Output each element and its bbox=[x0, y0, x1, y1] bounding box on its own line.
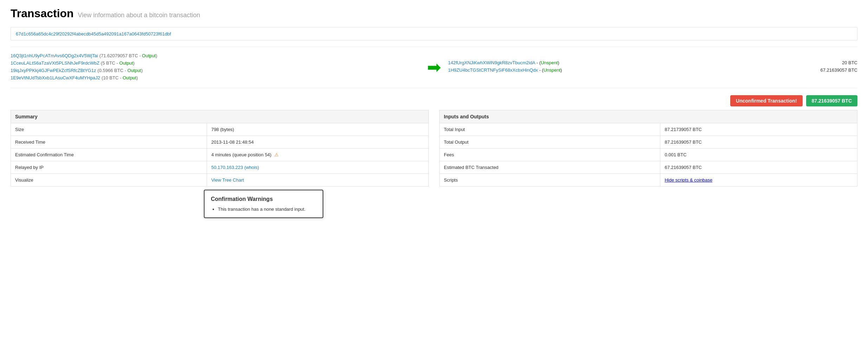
total-btc-button[interactable]: 87.21639057 BTC bbox=[806, 95, 857, 106]
summary-label: Received Time bbox=[11, 136, 207, 149]
summary-label: Relayed by IP bbox=[11, 161, 207, 174]
input-address-link[interactable]: 19iqJxyPPKkj4GJFwPEkZcfSRfcZBtYG1z bbox=[11, 68, 96, 73]
summary-row: Relayed by IP50.170.163.223 (whois) bbox=[11, 161, 429, 174]
io-row: Estimated BTC Transacted67.21639057 BTC bbox=[440, 161, 857, 174]
warning-icon: ⚠ bbox=[274, 152, 279, 157]
tx-footer-row: Unconfirmed Transaction! 87.21639057 BTC bbox=[11, 95, 857, 106]
io-value: 87.21739057 BTC bbox=[665, 127, 702, 132]
io-label: Fees bbox=[440, 149, 660, 161]
inputs-column: 16Q3jt1nhU9yPcATmAvs6QDg2x4V5WjTai (71.6… bbox=[11, 53, 420, 82]
summary-row: Received Time2013-11-08 21:48:54 bbox=[11, 136, 429, 149]
io-value: 87.21639057 BTC bbox=[665, 139, 702, 145]
summary-value-link[interactable]: View Tree Chart bbox=[211, 177, 244, 183]
output-amount: 67.21639057 BTC bbox=[813, 67, 857, 73]
summary-label: Size bbox=[11, 123, 207, 136]
io-header: Inputs and Outputs bbox=[440, 110, 857, 123]
summary-value: 2013-11-08 21:48:54 bbox=[211, 139, 254, 145]
tx-flow: 16Q3jt1nhU9yPcATmAvs6QDg2x4V5WjTai (71.6… bbox=[11, 47, 857, 88]
summary-value-link[interactable]: 50.170.163.223 (whois) bbox=[211, 165, 259, 170]
io-row: Fees0.001 BTC bbox=[440, 149, 857, 161]
io-row: Total Output87.21639057 BTC bbox=[440, 136, 857, 149]
input-address-link[interactable]: 1CceuLALtS6aTzaVXt5PLSNhJeF9rdcWbZ bbox=[11, 60, 99, 66]
outputs-column: 142fUrgXNJiKwhXWiN9gkR8zvTbucm2idA - (Un… bbox=[448, 60, 857, 75]
details-section: Summary Size798 (bytes)Received Time2013… bbox=[11, 110, 857, 187]
output-address-link[interactable]: 1H9ZU4bcTGStCRTNFySiF68xXcbxHinQdx bbox=[448, 67, 538, 73]
io-row: ScriptsHide scripts & coinbase bbox=[440, 174, 857, 187]
output-row: 1H9ZU4bcTGStCRTNFySiF68xXcbxHinQdx - (Un… bbox=[448, 67, 857, 73]
input-row: 19iqJxyPPKkj4GJFwPEkZcfSRfcZBtYG1z (0.59… bbox=[11, 67, 420, 73]
arrow-column: ➡ bbox=[420, 59, 448, 76]
io-row: Total Input87.21739057 BTC bbox=[440, 123, 857, 136]
io-table: Inputs and Outputs Total Input87.2173905… bbox=[439, 110, 857, 187]
unconfirmed-button[interactable]: Unconfirmed Transaction! bbox=[730, 95, 802, 106]
io-label: Total Output bbox=[440, 136, 660, 149]
io-label: Scripts bbox=[440, 174, 660, 187]
confirmation-popup: Confirmation Warnings This transaction h… bbox=[204, 190, 323, 194]
tx-hash-link[interactable]: 67d1c656a65dc4c29f20292f4abecdb45d5a4920… bbox=[16, 31, 171, 37]
summary-row: Size798 (bytes) bbox=[11, 123, 429, 136]
input-row: 16Q3jt1nhU9yPcATmAvs6QDg2x4V5WjTai (71.6… bbox=[11, 53, 420, 58]
summary-value: 798 (bytes) bbox=[211, 127, 234, 132]
summary-row: Estimated Confirmation Time4 minutes (qu… bbox=[11, 149, 429, 161]
io-label: Total Input bbox=[440, 123, 660, 136]
output-amount: 20 BTC bbox=[835, 60, 857, 65]
unspent-label: Unspent bbox=[541, 60, 558, 65]
unspent-label: Unspent bbox=[543, 67, 560, 73]
output-address-link[interactable]: 142fUrgXNJiKwhXWiN9gkR8zvTbucm2idA bbox=[448, 60, 535, 65]
io-value: 0.001 BTC bbox=[665, 152, 686, 157]
input-address-link[interactable]: 16Q3jt1nhU9yPcATmAvs6QDg2x4V5WjTai bbox=[11, 53, 98, 58]
summary-label: Estimated Confirmation Time bbox=[11, 149, 207, 161]
summary-label: Visualize bbox=[11, 174, 207, 187]
input-row: 1CceuLALtS6aTzaVXt5PLSNhJeF9rdcWbZ (5 BT… bbox=[11, 60, 420, 66]
summary-row: VisualizeView Tree Chart bbox=[11, 174, 429, 187]
io-value: 67.21639057 BTC bbox=[665, 165, 702, 170]
page-subtitle: View information about a bitcoin transac… bbox=[78, 12, 200, 19]
page-title: Transaction bbox=[11, 7, 74, 20]
summary-table: Summary Size798 (bytes)Received Time2013… bbox=[11, 110, 429, 187]
input-address-link[interactable]: 1E9eVtNUdTsbXxb1LAsuCwXF4uMYHpaJ2 bbox=[11, 75, 100, 80]
output-row: 142fUrgXNJiKwhXWiN9gkR8zvTbucm2idA - (Un… bbox=[448, 60, 857, 65]
arrow-right-icon: ➡ bbox=[427, 59, 441, 76]
summary-header: Summary bbox=[11, 110, 429, 123]
tx-hash-bar: 67d1c656a65dc4c29f20292f4abecdb45d5a4920… bbox=[11, 27, 857, 40]
io-value-link[interactable]: Hide scripts & coinbase bbox=[665, 177, 712, 183]
input-row: 1E9eVtNUdTsbXxb1LAsuCwXF4uMYHpaJ2 (10 BT… bbox=[11, 75, 420, 80]
io-label: Estimated BTC Transacted bbox=[440, 161, 660, 174]
